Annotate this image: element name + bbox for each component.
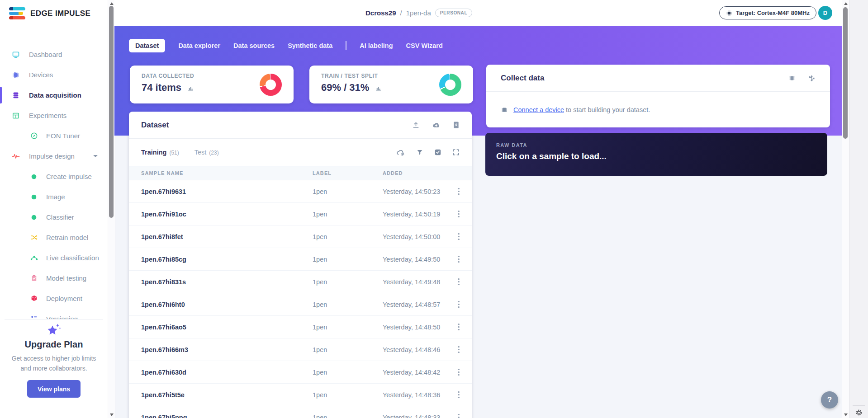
sample-name: 1pen.67hi6ao5 xyxy=(129,324,313,331)
sidebar-item-image[interactable]: Image xyxy=(0,187,108,207)
table-row[interactable]: 1pen.67hi630d1penYesterday, 14:48:42 xyxy=(129,361,472,384)
row-menu-button[interactable] xyxy=(446,322,472,333)
kebab-icon xyxy=(458,326,460,328)
row-menu-button[interactable] xyxy=(446,412,472,418)
dashboard-icon xyxy=(12,51,20,59)
table-row[interactable]: 1pen.67hi96311penYesterday, 14:50:23 xyxy=(129,180,472,203)
breadcrumb-separator: / xyxy=(400,9,402,17)
view-plans-button[interactable]: View plans xyxy=(27,380,81,398)
sidebar-item-deployment[interactable]: Deployment xyxy=(0,288,108,309)
sidebar-item-devices[interactable]: Devices xyxy=(0,65,108,85)
tab-data-explorer[interactable]: Data explorer xyxy=(178,42,220,49)
divider xyxy=(853,405,865,406)
sidebar-item-label: Retrain model xyxy=(46,234,88,241)
dataset-table-body: 1pen.67hi96311penYesterday, 14:50:231pen… xyxy=(129,180,472,418)
chevron-down-icon[interactable] xyxy=(93,155,98,157)
test-label: Test xyxy=(194,149,207,156)
row-menu-button[interactable] xyxy=(446,344,472,355)
scrollbar-thumb[interactable] xyxy=(109,6,114,218)
sample-added: Yesterday, 14:49:50 xyxy=(383,256,446,263)
connect-device-link[interactable]: Connect a device xyxy=(513,106,564,113)
sample-name: 1pen.67hi9631 xyxy=(129,188,313,195)
scroll-down-arrow[interactable] xyxy=(110,413,114,416)
kebab-icon xyxy=(458,304,460,305)
tab-dataset[interactable]: Dataset xyxy=(129,39,165,52)
table-row[interactable]: 1pen.67hi6ht01penYesterday, 14:48:57 xyxy=(129,293,472,316)
right-gutter xyxy=(849,0,868,418)
scroll-up-arrow[interactable] xyxy=(110,2,114,5)
table-row[interactable]: 1pen.67hi91oc1penYesterday, 14:50:19 xyxy=(129,203,472,225)
training-count: (51) xyxy=(169,150,179,156)
sample-added: Yesterday, 14:50:00 xyxy=(383,233,446,240)
sample-label: 1pen xyxy=(313,278,383,286)
tab-ai-labeling[interactable]: AI labeling xyxy=(360,42,393,49)
table-row[interactable]: 1pen.67hi66m31penYesterday, 14:48:46 xyxy=(129,338,472,361)
kebab-icon xyxy=(458,236,460,238)
row-menu-button[interactable] xyxy=(446,209,472,220)
kebab-icon xyxy=(458,191,460,193)
sidebar-item-impulse-design[interactable]: Impulse design xyxy=(0,146,108,166)
table-row[interactable]: 1pen.67hi831s1penYesterday, 14:49:48 xyxy=(129,271,472,293)
sidebar-item-versioning[interactable]: Versioning xyxy=(0,309,108,319)
table-row[interactable]: 1pen.67hi5ppg1penYesterday, 14:48:33 xyxy=(129,406,472,418)
upload-icon[interactable] xyxy=(412,121,420,129)
device-chip-icon[interactable] xyxy=(788,75,796,82)
row-menu-button[interactable] xyxy=(446,390,472,400)
sample-added: Yesterday, 14:50:23 xyxy=(383,188,446,195)
target-device-button[interactable]: Target: Cortex-M4F 80MHz xyxy=(719,6,816,19)
tab-training[interactable]: Training (51) xyxy=(141,149,179,156)
page-scrollbar[interactable] xyxy=(842,0,849,418)
sidebar-item-classifier[interactable]: Classifier xyxy=(0,207,108,227)
sidebar-item-label: Experiments xyxy=(29,112,66,119)
edge-impulse-logo[interactable]: EDGE IMPULSE xyxy=(9,7,90,19)
table-header: SAMPLE NAME LABEL ADDED xyxy=(129,166,472,180)
filter-icon[interactable] xyxy=(416,149,423,156)
scroll-down-arrow[interactable] xyxy=(844,413,848,416)
sidebar-item-experiments[interactable]: Experiments xyxy=(0,105,108,126)
tab-csv-wizard[interactable]: CSV Wizard xyxy=(406,42,443,49)
sidebar-item-dashboard[interactable]: Dashboard xyxy=(0,44,108,65)
row-menu-button[interactable] xyxy=(446,186,472,197)
tab-test[interactable]: Test (23) xyxy=(194,149,219,156)
sidebar-item-eon-tuner[interactable]: EON Tuner xyxy=(0,126,108,146)
row-menu-button[interactable] xyxy=(446,254,472,265)
sample-added: Yesterday, 14:48:36 xyxy=(383,391,446,399)
sample-name: 1pen.67hi85cg xyxy=(129,256,313,263)
usb-icon[interactable] xyxy=(808,74,816,82)
table-row[interactable]: 1pen.67hi5t5e1penYesterday, 14:48:36 xyxy=(129,384,472,406)
row-menu-button[interactable] xyxy=(446,277,472,287)
tab-synthetic-data[interactable]: Synthetic data xyxy=(288,42,332,49)
sidebar-item-model-testing[interactable]: Model testing xyxy=(0,268,108,288)
scrollbar-thumb[interactable] xyxy=(843,7,848,139)
sidebar-item-retrain-model[interactable]: Retrain model xyxy=(0,227,108,248)
table-row[interactable]: 1pen.67hi6ao51penYesterday, 14:48:50 xyxy=(129,316,472,338)
cloud-settings-icon[interactable] xyxy=(396,149,405,156)
row-menu-button[interactable] xyxy=(446,231,472,242)
green-dot-icon xyxy=(30,215,38,220)
sidebar-item-data-acquisition[interactable]: Data acquisition xyxy=(0,85,108,105)
breadcrumb-project-owner[interactable]: Dcross29 xyxy=(365,9,396,17)
table-row[interactable]: 1pen.67hi8fet1penYesterday, 14:50:00 xyxy=(129,225,472,248)
help-button[interactable]: ? xyxy=(821,391,838,409)
sample-label: 1pen xyxy=(313,324,383,331)
dataset-title: Dataset xyxy=(141,121,169,130)
cloud-upload-icon[interactable] xyxy=(432,121,441,129)
scroll-up-arrow[interactable] xyxy=(844,2,848,5)
gear-icon[interactable] xyxy=(855,409,863,416)
sidebar-item-create-impulse[interactable]: Create impulse xyxy=(0,166,108,187)
sample-label: 1pen xyxy=(313,211,383,218)
avatar[interactable]: D xyxy=(818,6,832,20)
sidebar-item-live-classification[interactable]: Live classification xyxy=(0,248,108,268)
sidebar-item-label: Classifier xyxy=(46,213,74,221)
bar-chart-icon[interactable] xyxy=(187,85,194,92)
green-dot-icon xyxy=(30,174,38,179)
file-download-icon[interactable] xyxy=(453,121,460,129)
sample-name: 1pen.67hi91oc xyxy=(129,211,313,218)
bar-chart-icon[interactable] xyxy=(375,85,382,92)
select-all-icon[interactable] xyxy=(434,149,441,156)
row-menu-button[interactable] xyxy=(446,299,472,310)
table-row[interactable]: 1pen.67hi85cg1penYesterday, 14:49:50 xyxy=(129,248,472,271)
tab-data-sources[interactable]: Data sources xyxy=(233,42,275,49)
expand-icon[interactable] xyxy=(452,149,460,156)
row-menu-button[interactable] xyxy=(446,367,472,378)
